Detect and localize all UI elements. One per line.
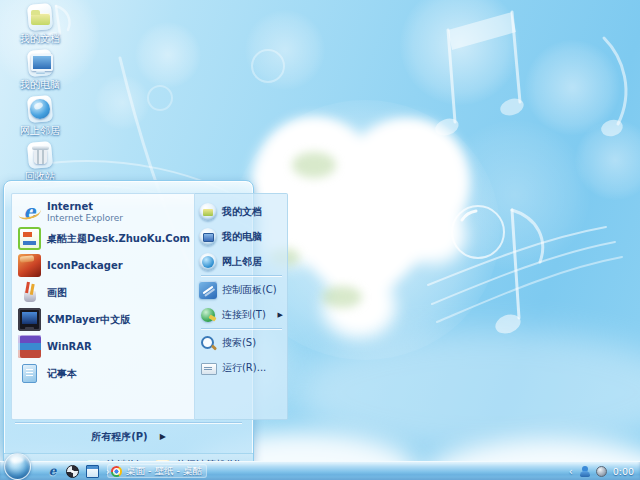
app-label: KMPlayer中文版 [47, 314, 130, 326]
start-menu-app-item[interactable]: IconPackager [16, 252, 192, 279]
start-menu-app-item[interactable]: KMPlayer中文版 [16, 306, 192, 333]
icon-glyph [25, 94, 55, 124]
start-menu-app-item[interactable]: WinRAR [16, 333, 192, 360]
place-label: 搜索(S) [222, 336, 284, 350]
start-menu-places-column: 我的文档 我的电脑 网上邻居 控制面板(C) [195, 193, 288, 420]
app-icon [18, 335, 41, 358]
start-menu-app-item[interactable]: 画图 [16, 279, 192, 306]
desktop-icon-label: 我的文档 [20, 33, 60, 45]
desktop-icon-image [25, 94, 55, 124]
place-label: 控制面板(C) [222, 283, 284, 297]
start-menu-place-item[interactable]: 控制面板(C) [198, 277, 285, 302]
app-icon [18, 281, 41, 304]
all-programs-separator [15, 422, 242, 423]
desktop-icon-column: 我的文档 我的电脑 网上邻居 回收站 [8, 2, 72, 183]
app-label: 桌酷主题Desk.ZhuoKu.Com [47, 233, 190, 245]
icon-glyph [25, 48, 55, 78]
all-programs-arrow-icon: ▶ [160, 433, 166, 441]
app-text: IconPackager [47, 260, 123, 272]
quick-launch-media-player-icon[interactable] [66, 465, 79, 478]
tray-volume-icon[interactable] [596, 466, 607, 477]
desktop-icon[interactable]: 我的文档 [8, 2, 72, 45]
taskbar-window-button[interactable]: 桌面 - 壁纸 - 桌酷... [107, 464, 207, 478]
app-text: 桌酷主题Desk.ZhuoKu.Com [47, 233, 190, 245]
system-tray: ‹ 0:00 [569, 462, 637, 480]
app-text: 记事本 [47, 368, 77, 380]
desktop-icon[interactable]: 回收站 [8, 140, 72, 183]
all-programs-label: 所有程序(P) [91, 431, 147, 443]
desktop-icon[interactable]: 我的电脑 [8, 48, 72, 91]
desktop-icon[interactable]: 网上邻居 [8, 94, 72, 137]
menu-separator [201, 275, 282, 276]
cloud-fluff [404, 206, 466, 264]
submenu-arrow-icon: ▶ [278, 311, 283, 319]
app-sublabel: Internet Explorer [47, 213, 123, 223]
icon-glyph [25, 140, 55, 170]
app-label: IconPackager [47, 260, 123, 272]
icon-glyph [25, 2, 55, 32]
app-icon [18, 308, 41, 331]
chrome-icon [111, 466, 122, 477]
desktop-icon-image [25, 48, 55, 78]
tray-messenger-icon[interactable] [579, 466, 590, 477]
start-menu-app-item[interactable]: Internet Internet Explorer [16, 198, 192, 225]
place-icon [199, 281, 217, 299]
place-label: 网上邻居 [222, 255, 284, 269]
leaf-patch [322, 286, 362, 308]
app-icon [18, 200, 41, 223]
desktop-icon-image [25, 140, 55, 170]
all-programs-button[interactable]: 所有程序(P) ▶ [11, 425, 246, 449]
start-menu-place-item[interactable]: 搜索(S) [198, 330, 285, 355]
start-menu: Internet Internet Explorer 桌酷主题Desk.Zhuo… [3, 180, 254, 462]
start-menu-place-item[interactable]: 我的电脑 [198, 224, 285, 249]
app-text: Internet Internet Explorer [47, 201, 123, 223]
app-icon [18, 227, 41, 250]
taskbar-clock[interactable]: 0:00 [613, 466, 637, 477]
place-label: 我的文档 [222, 205, 284, 219]
place-icon [199, 334, 217, 352]
place-icon [199, 359, 217, 377]
app-icon [18, 254, 41, 277]
app-label: Internet [47, 201, 123, 213]
start-menu-place-item[interactable]: 网上邻居 [198, 249, 285, 274]
place-icon [199, 203, 217, 221]
place-label: 我的电脑 [222, 230, 284, 244]
desktop-icon-image [25, 2, 55, 32]
place-label: 运行(R)... [222, 361, 284, 375]
quick-launch-bar: › [46, 462, 110, 480]
start-menu-app-item[interactable]: 桌酷主题Desk.ZhuoKu.Com [16, 225, 192, 252]
app-label: 画图 [47, 287, 67, 299]
start-menu-header [4, 181, 253, 193]
quick-launch-ie-icon[interactable] [46, 465, 59, 478]
start-menu-pinned-column: Internet Internet Explorer 桌酷主题Desk.Zhuo… [11, 193, 195, 420]
start-menu-columns: Internet Internet Explorer 桌酷主题Desk.Zhuo… [11, 193, 246, 420]
start-button[interactable] [4, 453, 31, 480]
taskbar: › 桌面 - 壁纸 - 桌酷... ‹ 0:00 [0, 461, 640, 480]
place-icon [199, 253, 217, 271]
cloud-fluff [368, 128, 454, 198]
quick-launch-show-desktop-icon[interactable] [86, 465, 99, 478]
app-label: 记事本 [47, 368, 77, 380]
app-text: 画图 [47, 287, 67, 299]
place-label: 连接到(T) [222, 308, 273, 322]
app-icon [18, 362, 41, 385]
app-text: KMPlayer中文版 [47, 314, 130, 326]
app-text: WinRAR [47, 341, 92, 353]
tray-collapse-icon[interactable]: ‹ [569, 466, 573, 477]
menu-separator [201, 328, 282, 329]
leaf-patch [292, 152, 336, 178]
start-menu-place-item[interactable]: 运行(R)... [198, 355, 285, 380]
desktop-icon-label: 网上邻居 [20, 125, 60, 137]
taskbar-window-title: 桌面 - 壁纸 - 桌酷... [126, 465, 203, 478]
app-label: WinRAR [47, 341, 92, 353]
start-menu-app-item[interactable]: 记事本 [16, 360, 192, 387]
desktop-icon-label: 我的电脑 [20, 79, 60, 91]
place-icon [199, 228, 217, 246]
start-menu-place-item[interactable]: 我的文档 [198, 199, 285, 224]
place-icon [199, 306, 217, 324]
start-menu-place-item[interactable]: 连接到(T) ▶ [198, 302, 285, 327]
